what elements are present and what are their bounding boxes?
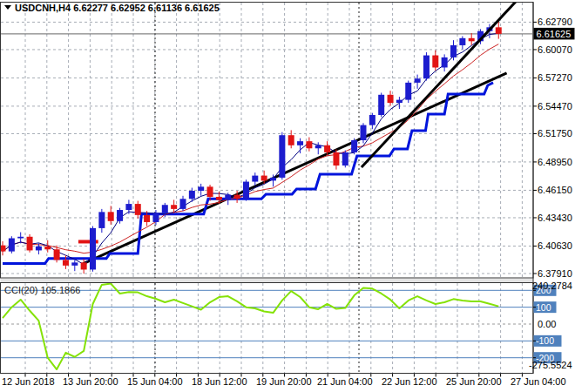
candle-bear: [469, 38, 475, 41]
candle-bear: [216, 197, 222, 199]
current-price-badge: 6.61625: [534, 28, 575, 39]
price-axis-label: 6.54470: [538, 101, 572, 112]
trading-chart-canvas[interactable]: 6.627906.600706.572706.544706.517506.489…: [0, 0, 575, 392]
candle-bear: [108, 212, 114, 220]
panel-separator[interactable]: [1, 279, 534, 283]
candle-bull: [423, 56, 430, 79]
candle-bear: [27, 237, 33, 251]
candle-bull: [198, 186, 204, 191]
candle-bull: [125, 204, 132, 210]
cci-indicator-label: CCI(20) 105.1866: [4, 285, 80, 295]
candle-bull: [442, 57, 448, 68]
candle-bear: [306, 141, 312, 148]
candle-bull: [279, 135, 285, 178]
candle-bear: [81, 262, 87, 269]
candle-bear: [63, 260, 69, 265]
candle-bear: [144, 215, 150, 222]
candle-bull: [315, 145, 321, 148]
time-axis-label: 15 Jun 04:00: [127, 376, 183, 387]
price-axis-label: 6.60070: [538, 44, 572, 55]
candle-bull: [117, 210, 123, 221]
time-axis-label: 21 Jun 04:00: [317, 376, 373, 387]
svg-text:6.61625: 6.61625: [537, 29, 572, 39]
price-axis-label: 6.40630: [538, 240, 572, 251]
candle-bull: [270, 178, 276, 180]
candle-bull: [225, 195, 231, 200]
candle-bull: [351, 140, 357, 152]
candle-bear: [261, 176, 267, 181]
candle-bull: [252, 176, 258, 182]
candle-bull: [342, 152, 348, 166]
candle-bull: [450, 45, 457, 57]
candle-bull: [189, 191, 195, 199]
cci-axis-max-label: 240.2784: [532, 280, 572, 291]
price-axis-label: 6.37910: [538, 268, 572, 279]
candle-bull: [152, 213, 159, 222]
candle-bull: [162, 205, 168, 213]
candle-bull: [405, 83, 411, 100]
candle-bull: [415, 78, 421, 83]
candle-bear: [171, 205, 177, 209]
candle-bull: [36, 247, 42, 251]
candle-bull: [243, 182, 249, 199]
time-axis-label: 12 Jun 2018: [2, 376, 55, 387]
candle-bear: [44, 247, 51, 249]
cci-panel[interactable]: [1, 283, 534, 374]
candle-bear: [135, 204, 141, 215]
time-axis-label: 22 Jun 12:00: [382, 376, 437, 387]
candle-bull: [71, 262, 78, 265]
mt4-chart-window[interactable]: 6.627906.600706.572706.544706.517506.489…: [0, 0, 575, 392]
candle-bull: [17, 237, 24, 239]
price-axis-label: 6.46150: [538, 185, 572, 195]
candle-bull: [297, 141, 303, 145]
candle-bear: [288, 135, 294, 145]
candle-bear: [333, 152, 339, 166]
candle-bear: [324, 145, 330, 152]
price-axis-label: 6.51750: [538, 128, 572, 139]
candle-bear: [388, 95, 394, 103]
candle-bull: [369, 115, 375, 125]
candle-bull: [361, 125, 367, 140]
cci-zero-label: 0.00: [538, 319, 556, 329]
price-axis-label: 6.43430: [538, 213, 572, 223]
candle-bull: [9, 239, 15, 252]
candle-bear: [432, 56, 438, 68]
candle-bear: [54, 249, 60, 260]
price-axis-label: 6.57270: [538, 72, 572, 83]
candle-bull: [180, 199, 186, 209]
time-axis-label: 18 Jun 12:00: [192, 376, 247, 387]
time-axis-label: 27 Jun 04:00: [511, 376, 566, 387]
price-axis[interactable]: 6.627906.600706.572706.544706.517506.489…: [533, 17, 572, 279]
candle-bull: [459, 38, 465, 45]
time-axis-label: 13 Jun 20:00: [63, 376, 118, 387]
price-axis-label: 6.48950: [538, 157, 572, 167]
cci-level-badge-label: -100: [536, 335, 554, 346]
candle-bear: [234, 195, 240, 199]
candle-bear: [496, 27, 502, 34]
chart-title: USDCNH,H4 6.62277 6.62952 6.61136 6.6162…: [15, 3, 220, 13]
time-axis-label: 25 Jun 20:00: [446, 376, 502, 387]
candle-bull: [396, 100, 402, 103]
candle-bull: [378, 95, 384, 115]
price-axis-label: 6.62790: [538, 17, 572, 27]
cci-axis-min-label: -275.5524: [529, 360, 572, 370]
time-axis-label: 19 Jun 20:00: [256, 376, 312, 387]
candle-bull: [90, 228, 96, 270]
candle-bear: [207, 186, 213, 197]
time-axis[interactable]: 12 Jun 201813 Jun 20:0015 Jun 04:0018 Ju…: [2, 374, 566, 388]
cci-level-badge-label: 100: [536, 302, 551, 313]
candle-bull: [98, 212, 105, 228]
